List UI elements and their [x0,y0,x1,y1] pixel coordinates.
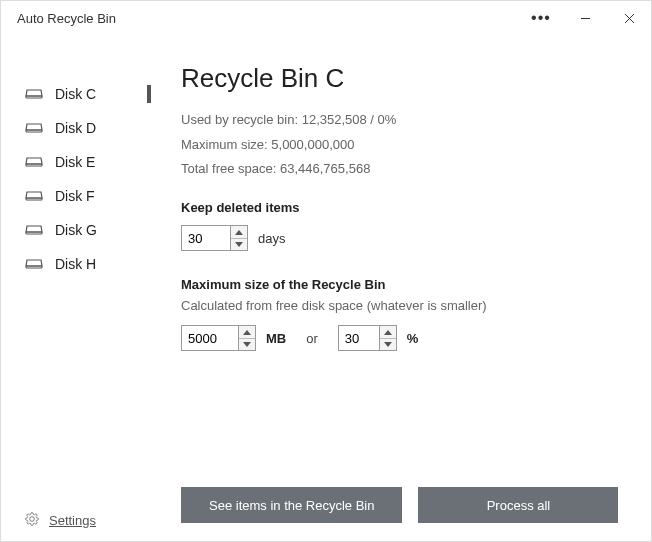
chevron-up-icon [384,330,392,335]
maxsize-sublabel: Calculated from free disk space (whateve… [181,298,621,313]
disk-icon [25,122,43,134]
more-button[interactable]: ••• [519,1,563,35]
maxsize-line: Maximum size: 5,000,000,000 [181,133,621,158]
sidebar-item-label: Disk F [55,188,95,204]
disk-icon [25,190,43,202]
keep-days-spinner[interactable] [181,225,248,251]
process-all-button[interactable]: Process all [418,487,618,523]
minimize-icon [580,13,591,24]
days-unit: days [258,231,285,246]
spin-up-button[interactable] [380,326,396,338]
keep-days-input[interactable] [182,226,230,250]
freespace-line: Total free space: 63,446,765,568 [181,157,621,182]
pct-unit: % [407,331,419,346]
maxsize-mb-input[interactable] [182,326,238,350]
sidebar-item-label: Disk D [55,120,96,136]
sidebar-item-disk-d[interactable]: Disk D [1,111,151,145]
see-items-button[interactable]: See items in the Recycle Bin [181,487,402,523]
maxsize-label: Maximum size of the Recycle Bin [181,277,621,292]
or-text: or [306,331,318,346]
sidebar-item-label: Disk E [55,154,95,170]
sidebar: Disk C Disk D Disk E Disk F Disk G Disk … [1,35,151,542]
close-button[interactable] [607,1,651,35]
ellipsis-icon: ••• [531,10,551,26]
svg-marker-30 [243,342,251,347]
sidebar-item-disk-h[interactable]: Disk H [1,247,151,281]
chevron-up-icon [235,230,243,235]
svg-marker-32 [384,342,392,347]
spin-down-button[interactable] [239,338,255,350]
sidebar-item-label: Disk G [55,222,97,238]
maxsize-pct-input[interactable] [339,326,379,350]
spin-up-button[interactable] [231,226,247,238]
sidebar-item-label: Disk C [55,86,96,102]
titlebar: Auto Recycle Bin ••• [1,1,651,35]
svg-marker-31 [384,330,392,335]
svg-marker-27 [235,230,243,235]
spin-down-button[interactable] [231,238,247,250]
spin-up-button[interactable] [239,326,255,338]
disk-icon [25,258,43,270]
keep-items-label: Keep deleted items [181,200,621,215]
svg-marker-28 [235,242,243,247]
page-title: Recycle Bin C [181,63,621,94]
chevron-down-icon [384,342,392,347]
maxsize-pct-spinner[interactable] [338,325,397,351]
minimize-button[interactable] [563,1,607,35]
chevron-down-icon [243,342,251,347]
mb-unit: MB [266,331,286,346]
settings-link[interactable]: Settings [49,513,96,528]
chevron-up-icon [243,330,251,335]
maxsize-mb-spinner[interactable] [181,325,256,351]
gear-icon [25,512,39,529]
disk-icon [25,88,43,100]
used-line: Used by recycle bin: 12,352,508 / 0% [181,108,621,133]
disk-icon [25,156,43,168]
spin-down-button[interactable] [380,338,396,350]
sidebar-item-disk-g[interactable]: Disk G [1,213,151,247]
sidebar-item-disk-f[interactable]: Disk F [1,179,151,213]
close-icon [624,13,635,24]
window-title: Auto Recycle Bin [17,11,116,26]
sidebar-item-disk-e[interactable]: Disk E [1,145,151,179]
sidebar-item-disk-c[interactable]: Disk C [1,77,151,111]
main-panel: Recycle Bin C Used by recycle bin: 12,35… [151,35,651,542]
sidebar-item-label: Disk H [55,256,96,272]
chevron-down-icon [235,242,243,247]
sidebar-footer: Settings [25,512,96,529]
disk-icon [25,224,43,236]
svg-marker-29 [243,330,251,335]
